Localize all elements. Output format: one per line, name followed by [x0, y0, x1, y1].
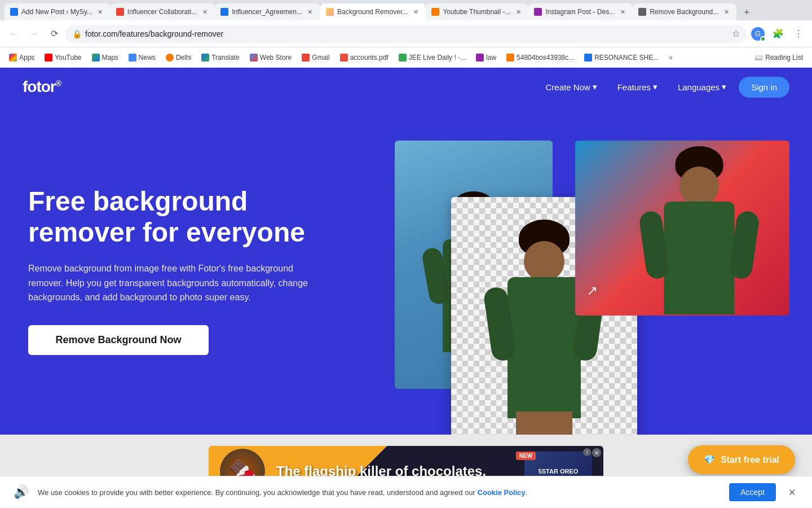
hero-left: Free background remover for everyone Rem… — [0, 106, 372, 435]
more-options-icon[interactable]: ⋮ — [789, 25, 807, 43]
cookie-policy-link[interactable]: Cookie Policy — [478, 488, 526, 497]
reload-button[interactable]: ⟳ — [45, 25, 63, 43]
bookmark-favicon-maps — [92, 54, 100, 62]
cookie-text: We use cookies to provide you with bette… — [38, 488, 720, 497]
bookmark-star-icon[interactable]: ☆ — [732, 28, 740, 39]
bookmark-news[interactable]: News — [124, 51, 160, 64]
tab-favicon-5 — [431, 8, 439, 16]
tab-2[interactable]: Influencer Collaborati... ✕ — [111, 3, 215, 20]
fotor-nav: Create Now ▾ Features ▾ Languages ▾ Sign… — [537, 77, 789, 98]
tab-5[interactable]: Youtube Thumbnail -... ✕ — [426, 3, 528, 20]
create-now-label: Create Now — [545, 82, 590, 92]
logo-super: ® — [56, 79, 61, 88]
reading-list[interactable]: 📖 Reading List — [750, 51, 807, 64]
tab-close-2[interactable]: ✕ — [200, 7, 209, 16]
tab-title-3: Influencer_Agreemen... — [232, 8, 302, 16]
cookie-close-button[interactable]: ✕ — [785, 485, 798, 499]
bookmark-favicon-webstore — [250, 54, 258, 62]
bookmark-resonance[interactable]: RESONANCE SHE... — [580, 51, 663, 64]
forward-button[interactable]: → — [25, 25, 43, 43]
fotor-logo[interactable]: fotor® — [23, 78, 61, 96]
tab-4[interactable]: Background Remover... ✕ — [320, 3, 426, 20]
features-button[interactable]: Features ▾ — [610, 77, 665, 97]
tab-title-4: Background Remover... — [337, 8, 408, 16]
bookmark-id[interactable]: 54804bos43938c... — [502, 51, 579, 64]
tab-close-7[interactable]: ✕ — [722, 7, 731, 16]
bookmark-delhi[interactable]: Delhi — [161, 51, 196, 64]
tab-3[interactable]: Influencer_Agreemen... ✕ — [215, 3, 320, 20]
url-display: fotor.com/features/background-remover — [85, 29, 729, 38]
languages-button[interactable]: Languages ▾ — [670, 77, 734, 97]
chevron-down-icon-3: ▾ — [722, 82, 726, 92]
back-button[interactable]: ← — [5, 25, 23, 43]
bookmark-law[interactable]: law — [471, 51, 501, 64]
tab-7[interactable]: Remove Background... ✕ — [633, 3, 736, 20]
tab-close-3[interactable]: ✕ — [306, 7, 315, 16]
lock-icon: 🔒 — [72, 29, 82, 38]
bookmark-favicon-youtube — [45, 54, 52, 62]
bookmark-pdf[interactable]: accounts.pdf — [336, 51, 393, 64]
tab-close-1[interactable]: ✕ — [96, 7, 105, 16]
nav-bar: ← → ⟳ 🔒 fotor.com/features/background-re… — [0, 20, 812, 47]
bookmark-label-webstore: Web Store — [260, 54, 292, 62]
hero-images: ⤵ — [372, 106, 812, 435]
tab-favicon-3 — [220, 8, 228, 16]
start-free-trial-button[interactable]: 💎 Start free trial — [688, 445, 795, 474]
bookmark-gmail[interactable]: Gmail — [297, 51, 334, 64]
chevron-down-icon-2: ▾ — [653, 82, 657, 92]
ad-close-button[interactable]: ✕ — [592, 448, 601, 457]
bookmark-maps[interactable]: Maps — [87, 51, 123, 64]
nav-icons-right: G 🧩 ⋮ — [749, 25, 807, 43]
logo-text: fotor — [23, 78, 56, 95]
bookmark-label-pdf: accounts.pdf — [350, 54, 389, 62]
fotor-header: fotor® Create Now ▾ Features ▾ Languages… — [0, 68, 812, 106]
bookmark-webstore[interactable]: Web Store — [245, 51, 296, 64]
cookie-main-text: We use cookies to provide you with bette… — [38, 488, 475, 497]
bookmark-label-translate: Translate — [211, 54, 240, 62]
trial-btn-label: Start free trial — [721, 455, 779, 465]
bookmark-apps[interactable]: Apps — [5, 51, 39, 64]
ad-info-icon[interactable]: i — [583, 448, 591, 456]
bookmark-favicon-apps — [9, 54, 17, 62]
bookmark-jee[interactable]: JEE Live Daily ! -... — [394, 51, 470, 64]
tab-close-6[interactable]: ✕ — [618, 7, 627, 16]
new-tab-button[interactable]: + — [739, 5, 754, 20]
tab-favicon-6 — [534, 8, 542, 16]
bookmark-label-law: law — [486, 54, 496, 62]
hero-section: Free background remover for everyone Rem… — [0, 106, 812, 435]
bookmark-label-news: News — [139, 54, 156, 62]
tab-1[interactable]: Add New Post ‹ MySy... ✕ — [5, 3, 111, 20]
arrow-result: ↗ — [586, 283, 598, 299]
bookmark-youtube[interactable]: YouTube — [40, 51, 86, 64]
tab-6[interactable]: Instagram Post - Des... ✕ — [528, 3, 633, 20]
main-content: fotor® Create Now ▾ Features ▾ Languages… — [0, 68, 812, 508]
bookmark-favicon-id — [506, 54, 514, 62]
bookmark-label-resonance: RESONANCE SHE... — [594, 54, 659, 62]
bookmark-label-maps: Maps — [102, 54, 118, 62]
tab-close-4[interactable]: ✕ — [411, 7, 420, 16]
tab-close-5[interactable]: ✕ — [514, 7, 523, 16]
bookmark-label-youtube: YouTube — [55, 54, 81, 62]
bookmark-favicon-news — [129, 54, 136, 62]
bookmark-label-jee: JEE Live Daily ! -... — [409, 54, 466, 62]
tab-title-6: Instagram Post - Des... — [545, 8, 615, 16]
cookie-accept-button[interactable]: Accept — [729, 483, 776, 501]
bookmark-favicon-delhi — [166, 54, 174, 62]
signin-button[interactable]: Sign in — [739, 77, 789, 98]
tab-bar: Add New Post ‹ MySy... ✕ Influencer Coll… — [0, 0, 812, 20]
address-bar[interactable]: 🔒 fotor.com/features/background-remover … — [65, 25, 747, 43]
languages-label: Languages — [678, 82, 720, 92]
create-now-button[interactable]: Create Now ▾ — [537, 77, 604, 97]
tab-favicon-4 — [326, 8, 334, 16]
remove-background-button[interactable]: Remove Background Now — [28, 325, 209, 355]
bookmark-translate[interactable]: Translate — [197, 51, 244, 64]
speaker-icon: 🔊 — [14, 485, 29, 500]
bookmark-more[interactable]: » — [664, 51, 677, 64]
bookmark-favicon-jee — [399, 54, 407, 62]
bookmark-favicon-pdf — [340, 54, 348, 62]
tab-title-7: Remove Background... — [650, 8, 718, 16]
diamond-icon: 💎 — [704, 454, 715, 465]
extensions-icon[interactable]: 🧩 — [769, 25, 787, 43]
bookmark-favicon-resonance — [584, 54, 592, 62]
profile-icon[interactable]: G — [749, 25, 767, 43]
